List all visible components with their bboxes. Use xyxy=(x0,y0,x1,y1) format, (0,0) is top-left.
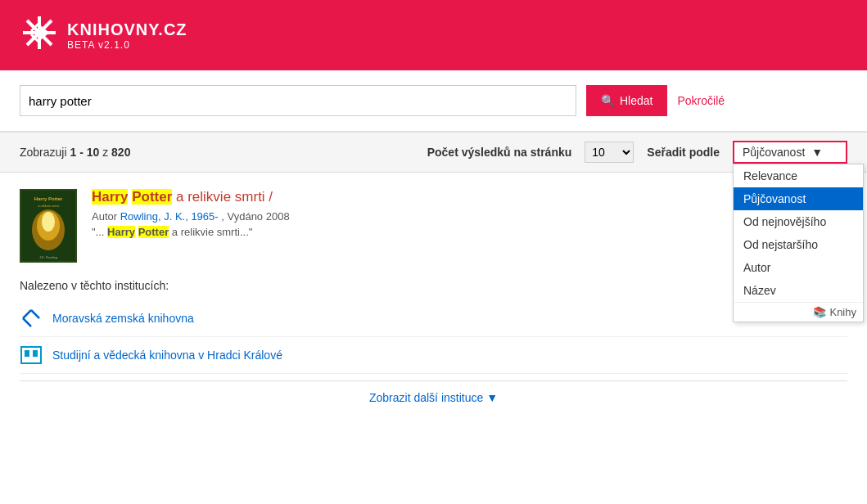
search-input[interactable] xyxy=(20,85,576,116)
sort-current-label: Půjčovanost xyxy=(743,146,805,159)
logo-icon xyxy=(20,13,59,57)
logo-area: KNIHOVNY.CZ BETA v2.1.0 xyxy=(20,13,187,57)
logo-name: KNIHOVNY.CZ xyxy=(67,20,187,39)
sort-select-display[interactable]: Půjčovanost ▼ xyxy=(733,141,847,164)
sort-label: Seřadit podle xyxy=(647,146,720,159)
author-label: Autor xyxy=(92,210,120,223)
show-more-label: Zobrazit další instituce xyxy=(369,391,483,404)
institutions-title: Nalezeno v těchto institucích: xyxy=(20,279,847,292)
excerpt-pre: "... xyxy=(92,226,107,238)
search-button-label: Hledat xyxy=(620,94,653,107)
svg-text:Harry Potter: Harry Potter xyxy=(34,196,63,201)
result-item: Harry Potter a relikvie smrti J.K. Rowli… xyxy=(20,189,847,263)
sort-option-nejstarsi[interactable]: Od nejstaršího xyxy=(734,233,863,256)
sort-footer-label: Knihy xyxy=(829,306,856,318)
results-total: 820 xyxy=(111,146,130,159)
sort-dropdown: Relevance Půjčovanost Od nejnovějšího Od… xyxy=(733,164,864,322)
logo-text: KNIHOVNY.CZ BETA v2.1.0 xyxy=(67,20,187,51)
sort-select-wrapper[interactable]: Půjčovanost ▼ Relevance Půjčovanost Od n… xyxy=(733,141,847,164)
per-page-label: Počet výsledků na stránku xyxy=(427,146,572,159)
svg-line-16 xyxy=(23,318,31,326)
svg-text:a relikvie smrti: a relikvie smrti xyxy=(38,204,59,208)
sort-option-nejnovejsi[interactable]: Od nejnovějšího xyxy=(734,210,863,233)
title-rest: a relikvie smrti / xyxy=(176,189,273,205)
sort-footer-icon: 📚 xyxy=(813,306,826,318)
excerpt-highlight-potter: Potter xyxy=(138,226,169,238)
author-link[interactable]: Rowling, J. K., 1965- xyxy=(120,210,219,223)
show-more-link[interactable]: Zobrazit další instituce ▼ xyxy=(369,391,498,404)
results-controls: Zobrazuji 1 - 10 z 820 Počet výsledků na… xyxy=(0,133,867,173)
svg-point-9 xyxy=(42,212,55,232)
institution-icon-2 xyxy=(20,344,43,367)
svg-rect-19 xyxy=(33,350,38,357)
sort-option-nazev[interactable]: Název xyxy=(734,279,863,302)
logo-beta: BETA v2.1.0 xyxy=(67,39,187,51)
title-highlight-potter: Potter xyxy=(132,189,172,205)
search-bar-section: 🔍 Hledat Pokročilé xyxy=(0,70,867,133)
institution-link-1[interactable]: Moravská zemská knihovna xyxy=(52,312,194,325)
svg-rect-17 xyxy=(21,347,41,363)
show-more: Zobrazit další instituce ▼ xyxy=(20,391,847,404)
svg-rect-18 xyxy=(25,350,29,357)
sort-option-pujcovanost[interactable]: Půjčovanost xyxy=(734,187,863,210)
show-more-chevron-icon: ▼ xyxy=(486,391,498,404)
title-highlight-harry: Harry xyxy=(92,189,128,205)
institutions-section: Nalezeno v těchto institucích: Moravská … xyxy=(20,279,847,404)
book-cover: Harry Potter a relikvie smrti J.K. Rowli… xyxy=(20,189,77,263)
search-icon: 🔍 xyxy=(601,94,615,107)
excerpt-highlight-harry: Harry xyxy=(107,226,135,238)
sort-option-relevance[interactable]: Relevance xyxy=(734,164,863,187)
results-info: Zobrazuji 1 - 10 z 820 xyxy=(20,146,130,159)
header: KNIHOVNY.CZ BETA v2.1.0 xyxy=(0,0,867,70)
search-button[interactable]: 🔍 Hledat xyxy=(586,85,667,116)
svg-line-15 xyxy=(31,310,39,318)
sort-option-autor[interactable]: Autor xyxy=(734,256,863,279)
institution-item-2: Studijní a vědecká knihovna v Hradci Krá… xyxy=(20,337,847,374)
book-cover-image: Harry Potter a relikvie smrti J.K. Rowli… xyxy=(20,189,77,263)
institution-item-1: Moravská zemská knihovna xyxy=(20,300,847,337)
per-page-select[interactable]: 10 20 50 xyxy=(585,142,634,163)
svg-line-14 xyxy=(23,310,31,318)
vydano: , Vydáno 2008 xyxy=(221,210,289,223)
advanced-search-link[interactable]: Pokročilé xyxy=(677,94,725,107)
institution-icon-1 xyxy=(20,307,43,330)
excerpt-post: a relikvie smrti..." xyxy=(172,226,253,238)
sort-dropdown-footer: 📚 Knihy xyxy=(734,302,863,322)
of-label: z xyxy=(102,146,108,159)
institution-link-2[interactable]: Studijní a vědecká knihovna v Hradci Krá… xyxy=(52,349,282,362)
svg-text:J.K. Rowling: J.K. Rowling xyxy=(39,255,57,259)
results-range: 1 - 10 xyxy=(70,146,99,159)
sort-chevron-icon: ▼ xyxy=(811,146,823,159)
divider xyxy=(20,380,847,381)
showing-label: Zobrazuji xyxy=(20,146,67,159)
